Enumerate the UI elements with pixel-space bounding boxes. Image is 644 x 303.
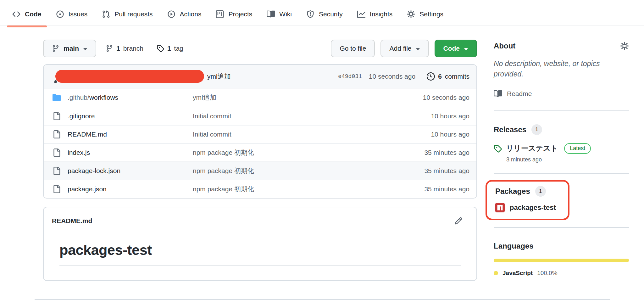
gear-icon xyxy=(407,10,415,18)
commit-hash-link[interactable]: e49d031 xyxy=(338,73,362,80)
latest-release-badge: Latest xyxy=(564,143,591,154)
branch-selector-button[interactable]: main xyxy=(43,40,96,57)
tab-label: Pull requests xyxy=(114,10,153,18)
commit-message-link[interactable]: yml追加 xyxy=(207,72,231,81)
readme-card: README.md packages-test xyxy=(43,207,477,281)
code-icon xyxy=(12,10,20,18)
tab-pull-requests[interactable]: Pull requests xyxy=(95,5,160,24)
tab-insights[interactable]: Insights xyxy=(350,5,400,24)
language-name: JavaScript xyxy=(502,270,533,277)
branches-link[interactable]: 1 branch xyxy=(106,45,143,52)
file-icon xyxy=(53,149,61,157)
file-icon xyxy=(53,112,61,120)
history-clock-icon xyxy=(427,72,435,81)
release-link[interactable]: リリーステスト xyxy=(506,143,558,153)
tab-actions[interactable]: Actions xyxy=(160,5,209,24)
table-row[interactable]: index.js npm package 初期化 35 minutes ago xyxy=(44,143,476,161)
row-commit-message[interactable]: npm package 初期化 xyxy=(193,185,424,194)
add-file-label: Add file xyxy=(389,45,411,52)
table-row[interactable]: .github/workflows yml追加 10 seconds ago xyxy=(44,88,476,107)
row-commit-message[interactable]: Initial commit xyxy=(193,112,431,120)
about-description: No description, website, or topics provi… xyxy=(494,59,629,80)
commit-time: 10 seconds ago xyxy=(369,73,415,80)
release-time: 3 minutes ago xyxy=(506,156,629,163)
tag-count: 1 xyxy=(167,45,171,52)
row-commit-time: 35 minutes ago xyxy=(424,149,469,156)
row-commit-message[interactable]: npm package 初期化 xyxy=(193,166,424,175)
about-heading: About xyxy=(494,42,515,50)
tab-security[interactable]: Security xyxy=(299,5,350,24)
row-commit-message[interactable]: yml追加 xyxy=(193,93,423,102)
file-link[interactable]: package.json xyxy=(68,185,107,193)
row-commit-message[interactable]: Initial commit xyxy=(193,131,431,138)
file-icon xyxy=(53,185,61,193)
repo-tab-nav: Code Issues Pull requests Actions Projec… xyxy=(0,0,644,25)
tab-projects[interactable]: Projects xyxy=(208,5,259,24)
repo-sidebar: About No description, website, or topics… xyxy=(494,40,629,281)
tab-settings[interactable]: Settings xyxy=(400,5,451,24)
file-browser-card: yml追加 e49d031 10 seconds ago 6 commits .… xyxy=(43,64,477,199)
edit-repo-details-button[interactable] xyxy=(620,42,629,50)
code-button-label: Code xyxy=(443,45,460,52)
tag-icon xyxy=(494,144,502,153)
language-item[interactable]: JavaScript 100.0% xyxy=(494,270,629,277)
author-redaction-overlay xyxy=(55,70,204,83)
releases-heading: Releases xyxy=(494,125,526,134)
branch-count-label: branch xyxy=(123,45,143,52)
tab-wiki[interactable]: Wiki xyxy=(259,5,299,24)
current-branch-label: main xyxy=(64,45,79,52)
readme-filename: README.md xyxy=(52,217,92,225)
table-row[interactable]: .gitignore Initial commit 10 hours ago xyxy=(44,107,476,125)
readme-title: packages-test xyxy=(59,242,461,266)
row-commit-time: 10 seconds ago xyxy=(423,94,469,101)
row-commit-time: 10 hours ago xyxy=(431,131,469,138)
language-percent: 100.0% xyxy=(537,270,557,277)
edit-readme-button[interactable] xyxy=(454,217,463,225)
tag-count-label: tag xyxy=(174,45,183,52)
about-section: About No description, website, or topics… xyxy=(494,42,629,111)
red-annotation-box: Packages 1 packages-test xyxy=(486,180,569,220)
language-color-dot xyxy=(494,271,498,275)
row-commit-message[interactable]: npm package 初期化 xyxy=(193,148,424,157)
file-link[interactable]: index.js xyxy=(68,149,90,156)
page-body: main 1 branch 1 tag Go to file xyxy=(0,25,644,281)
readme-link-label: Readme xyxy=(507,90,532,98)
chevron-down-icon xyxy=(464,48,468,50)
tags-link[interactable]: 1 tag xyxy=(157,45,183,52)
commit-history-link[interactable]: 6 commits xyxy=(427,72,469,81)
book-icon xyxy=(267,10,275,18)
file-link[interactable]: package-lock.json xyxy=(68,167,120,174)
code-download-button[interactable]: Code xyxy=(435,40,477,57)
path-prefix[interactable]: .github/ xyxy=(68,94,89,101)
folder-icon xyxy=(53,93,61,102)
tab-label: Projects xyxy=(228,10,252,18)
readme-header: README.md xyxy=(44,207,476,225)
pencil-icon xyxy=(454,217,463,225)
redacted-author-fragment xyxy=(54,80,57,83)
tab-issues[interactable]: Issues xyxy=(49,5,95,24)
file-link[interactable]: .github/workflows xyxy=(68,94,118,101)
table-row[interactable]: package.json npm package 初期化 35 minutes … xyxy=(44,180,476,198)
tab-label: Code xyxy=(25,10,42,18)
chevron-down-icon xyxy=(83,48,87,50)
go-to-file-button[interactable]: Go to file xyxy=(331,40,375,57)
footer-divider xyxy=(35,299,610,300)
project-icon xyxy=(216,10,224,18)
git-branch-icon xyxy=(52,45,59,52)
add-file-button[interactable]: Add file xyxy=(380,40,429,57)
file-link[interactable]: README.md xyxy=(68,131,107,138)
readme-anchor-link[interactable]: Readme xyxy=(494,90,629,98)
package-link[interactable]: packages-test xyxy=(510,204,556,212)
languages-heading: Languages xyxy=(494,242,629,250)
branch-tag-stats: 1 branch 1 tag xyxy=(106,45,183,52)
table-row[interactable]: README.md Initial commit 10 hours ago xyxy=(44,125,476,143)
chevron-down-icon xyxy=(416,48,420,50)
table-row-hovered[interactable]: package-lock.json npm package 初期化 35 min… xyxy=(44,161,476,180)
readme-body: packages-test xyxy=(44,242,476,266)
tab-label: Wiki xyxy=(279,10,292,18)
file-link[interactable]: .gitignore xyxy=(68,112,95,120)
repo-main-column: main 1 branch 1 tag Go to file xyxy=(43,40,477,281)
file-name[interactable]: workflows xyxy=(89,94,118,101)
tab-code[interactable]: Code xyxy=(5,5,49,24)
go-to-file-label: Go to file xyxy=(340,45,366,52)
